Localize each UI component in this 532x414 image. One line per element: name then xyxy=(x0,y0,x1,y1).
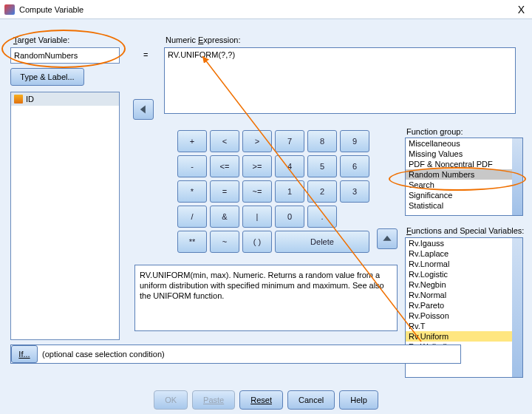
key-lt[interactable]: < xyxy=(210,130,239,152)
variable-name: ID xyxy=(26,95,34,104)
if-condition-row: If... (optional case selection condition… xyxy=(10,345,461,364)
key-1[interactable]: 1 xyxy=(275,180,304,203)
dialog-content: Target Variable: Type & Label... = Numer… xyxy=(0,19,532,414)
target-variable-input[interactable] xyxy=(10,47,120,64)
variable-list[interactable]: ID xyxy=(10,92,120,340)
insert-function-button[interactable] xyxy=(377,228,398,249)
calculator-keypad: + < > 7 8 9 - <= >= 4 5 6 * = ~= 1 2 3 /… xyxy=(177,130,369,253)
key-ge[interactable]: >= xyxy=(242,155,272,177)
arrow-right-icon xyxy=(138,104,149,115)
function-item[interactable]: Rv.Poisson xyxy=(406,310,522,321)
key-9[interactable]: 9 xyxy=(340,130,369,152)
scrollbar[interactable] xyxy=(512,138,522,215)
key-3[interactable]: 3 xyxy=(340,180,369,203)
function-item[interactable]: Rv.Logistic xyxy=(406,269,522,279)
window-title: Compute Variable xyxy=(19,5,515,14)
function-group-item[interactable]: Statistical xyxy=(406,200,522,211)
key-paren[interactable]: ( ) xyxy=(242,231,272,253)
arrow-up-icon xyxy=(382,234,392,244)
ok-button[interactable]: OK xyxy=(154,390,188,410)
function-item[interactable]: Rv.Igauss xyxy=(406,238,522,248)
app-icon xyxy=(4,4,15,15)
function-group-item[interactable]: Missing Values xyxy=(406,149,522,159)
numeric-expression-input[interactable] xyxy=(164,47,516,114)
key-5[interactable]: 5 xyxy=(307,155,337,177)
type-and-label-button[interactable]: Type & Label... xyxy=(10,68,84,86)
key-or[interactable]: | xyxy=(242,206,272,228)
help-button[interactable]: Help xyxy=(339,390,378,410)
scale-icon xyxy=(14,95,23,104)
key-2[interactable]: 2 xyxy=(307,180,337,203)
function-item[interactable]: Rv.Normal xyxy=(406,290,522,300)
function-item[interactable]: Rv.Pareto xyxy=(406,300,522,310)
key-delete[interactable]: Delete xyxy=(275,231,369,253)
dialog-buttons: OK Paste Reset Cancel Help xyxy=(0,390,532,410)
key-0[interactable]: 0 xyxy=(275,206,304,228)
key-8[interactable]: 8 xyxy=(307,130,337,152)
key-times[interactable]: * xyxy=(177,180,207,203)
function-item[interactable]: Rv.Negbin xyxy=(406,279,522,290)
key-7[interactable]: 7 xyxy=(275,130,304,152)
key-dot[interactable]: . xyxy=(307,206,337,228)
function-group-label: Function group: xyxy=(406,127,463,136)
title-bar: Compute Variable X xyxy=(0,0,532,19)
move-to-expression-button[interactable] xyxy=(133,99,154,120)
function-group-item[interactable]: PDF & Noncentral PDF xyxy=(406,159,522,169)
function-item[interactable]: Rv.Laplace xyxy=(406,248,522,259)
variable-row[interactable]: ID xyxy=(11,92,119,106)
key-4[interactable]: 4 xyxy=(275,155,304,177)
if-condition-text: (optional case selection condition) xyxy=(42,350,165,359)
close-icon[interactable]: X xyxy=(515,4,528,16)
function-item[interactable]: Rv.T xyxy=(406,321,522,331)
key-gt[interactable]: > xyxy=(242,130,272,152)
key-eq[interactable]: = xyxy=(210,180,239,203)
key-not[interactable]: ~ xyxy=(210,231,239,253)
reset-button[interactable]: Reset xyxy=(239,390,283,410)
key-and[interactable]: & xyxy=(210,206,239,228)
scrollbar[interactable] xyxy=(512,238,522,377)
if-button[interactable]: If... xyxy=(11,345,38,363)
function-item[interactable]: Rv.Lnormal xyxy=(406,259,522,269)
equals-sign: = xyxy=(143,50,148,59)
key-6[interactable]: 6 xyxy=(340,155,369,177)
key-pow[interactable]: ** xyxy=(177,231,207,253)
function-item[interactable]: Rv.Uniform xyxy=(406,331,522,342)
target-variable-label: Target Variable: xyxy=(13,35,69,44)
function-group-item[interactable]: Random Numbers xyxy=(406,169,522,180)
function-group-item[interactable]: Search xyxy=(406,180,522,190)
function-group-list[interactable]: MiscellaneousMissing ValuesPDF & Noncent… xyxy=(405,138,523,216)
numeric-expression-label: Numeric Expression: xyxy=(166,35,241,44)
function-group-item[interactable]: Miscellaneous xyxy=(406,138,522,149)
key-le[interactable]: <= xyxy=(210,155,239,177)
key-minus[interactable]: - xyxy=(177,155,207,177)
key-plus[interactable]: + xyxy=(177,130,207,152)
function-description: RV.UNIFORM(min, max). Numeric. Returns a… xyxy=(134,265,398,331)
key-ne[interactable]: ~= xyxy=(242,180,272,203)
cancel-button[interactable]: Cancel xyxy=(287,390,335,410)
paste-button[interactable]: Paste xyxy=(192,390,235,410)
key-div[interactable]: / xyxy=(177,206,207,228)
functions-label: Functions and Special Variables: xyxy=(406,226,524,235)
function-group-item[interactable]: Significance xyxy=(406,190,522,200)
